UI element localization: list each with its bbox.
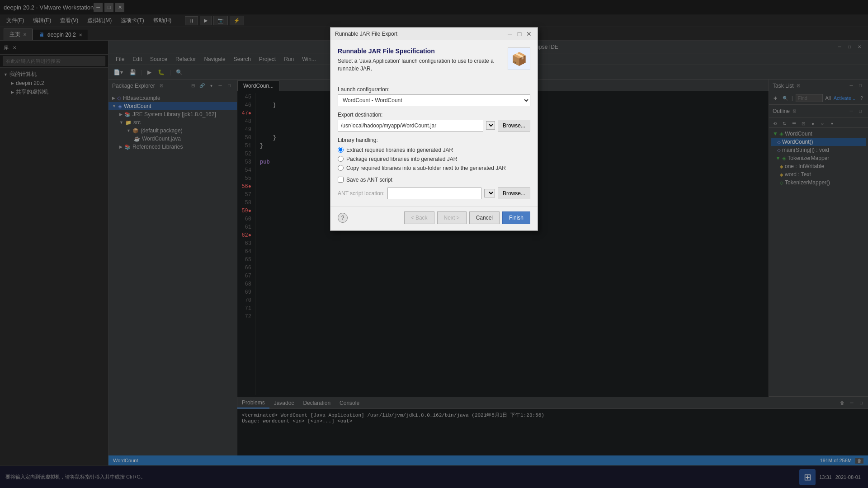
ant-location-label: ANT script location: xyxy=(338,190,385,197)
radio-package-label: Package required libraries into generate… xyxy=(346,156,457,162)
ant-location-dropdown[interactable] xyxy=(484,189,495,197)
radio-group: Extract required libraries into generate… xyxy=(338,147,530,171)
radio-extract[interactable]: Extract required libraries into generate… xyxy=(338,147,530,153)
export-dest-dropdown[interactable] xyxy=(486,121,495,130)
dialog-title-text: Runnable JAR File Export xyxy=(335,31,397,37)
ant-location-row: ANT script location: Browse... xyxy=(338,188,530,199)
launch-config-select[interactable]: WordCount - WordCount xyxy=(338,94,530,106)
modal-overlay: Runnable JAR File Export ─ □ ✕ Runnable … xyxy=(0,0,868,488)
dialog-finish-button[interactable]: Finish xyxy=(502,211,530,224)
ant-checkbox[interactable] xyxy=(338,177,344,183)
radio-copy-input[interactable] xyxy=(338,165,344,171)
ant-browse-button[interactable]: Browse... xyxy=(498,188,530,199)
radio-extract-label: Extract required libraries into generate… xyxy=(346,147,453,153)
dialog-close[interactable]: ✕ xyxy=(525,30,533,38)
ant-location-input[interactable] xyxy=(387,188,481,199)
radio-extract-input[interactable] xyxy=(338,147,344,153)
dialog-body: Runnable JAR File Specification Select a… xyxy=(330,40,538,206)
dialog-description: Select a 'Java Application' launch confi… xyxy=(338,57,502,73)
dialog-header: Runnable JAR File Specification Select a… xyxy=(338,47,530,80)
radio-copy[interactable]: Copy required libraries into a sub-folde… xyxy=(338,165,530,171)
launch-config-group: Launch configuration: WordCount - WordCo… xyxy=(338,86,530,106)
ant-checkbox-label: Save as ANT script xyxy=(346,177,392,183)
dialog-icon: 📦 xyxy=(508,47,530,70)
dialog-back-button[interactable]: < Back xyxy=(404,211,434,224)
dialog-section-title: Runnable JAR File Specification xyxy=(338,47,502,55)
dialog-next-button[interactable]: Next > xyxy=(437,211,467,224)
launch-config-label: Launch configuration: xyxy=(338,86,530,93)
dialog-help-button[interactable]: ? xyxy=(338,213,348,223)
dialog-title-bar: Runnable JAR File Export ─ □ ✕ xyxy=(330,28,538,40)
ant-checkbox-row: Save as ANT script xyxy=(338,177,530,183)
vmware-window: deepin 20.2 - VMware Workstation ─ □ ✕ 文… xyxy=(0,0,868,488)
export-browse-button[interactable]: Browse... xyxy=(498,120,530,131)
launch-config-row: WordCount - WordCount xyxy=(338,94,530,106)
radio-package[interactable]: Package required libraries into generate… xyxy=(338,156,530,162)
export-dest-row: Browse... xyxy=(338,120,530,131)
dialog-footer: ? < Back Next > Cancel Finish xyxy=(330,206,538,230)
export-dest-label: Export destination: xyxy=(338,112,530,118)
export-dest-input[interactable] xyxy=(338,120,483,131)
jar-export-dialog: Runnable JAR File Export ─ □ ✕ Runnable … xyxy=(330,27,538,231)
dialog-minimize[interactable]: ─ xyxy=(506,30,514,38)
library-handling-group: Library handling: Extract required libra… xyxy=(338,137,530,171)
dialog-cancel-button[interactable]: Cancel xyxy=(469,211,500,224)
dialog-maximize[interactable]: □ xyxy=(515,30,524,38)
radio-package-input[interactable] xyxy=(338,156,344,162)
radio-copy-label: Copy required libraries into a sub-folde… xyxy=(346,165,506,171)
library-handling-label: Library handling: xyxy=(338,137,530,143)
export-dest-group: Export destination: Browse... xyxy=(338,112,530,131)
